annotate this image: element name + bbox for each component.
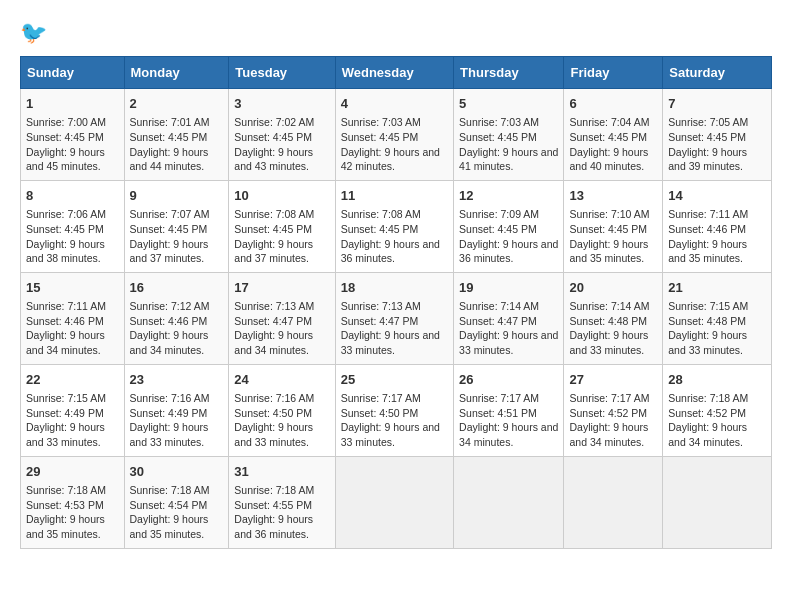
calendar-cell: 9Sunrise: 7:07 AMSunset: 4:45 PMDaylight…	[124, 180, 229, 272]
sunrise-text: Sunrise: 7:14 AM	[569, 299, 657, 314]
sunrise-text: Sunrise: 7:11 AM	[26, 299, 119, 314]
sunset-text: Sunset: 4:49 PM	[26, 406, 119, 421]
sunrise-text: Sunrise: 7:08 AM	[341, 207, 448, 222]
calendar-cell: 30Sunrise: 7:18 AMSunset: 4:54 PMDayligh…	[124, 456, 229, 548]
day-number: 13	[569, 187, 657, 205]
daylight-text: Daylight: 9 hours and 43 minutes.	[234, 145, 329, 174]
sunrise-text: Sunrise: 7:16 AM	[130, 391, 224, 406]
daylight-text: Daylight: 9 hours and 40 minutes.	[569, 145, 657, 174]
day-number: 8	[26, 187, 119, 205]
sunrise-text: Sunrise: 7:11 AM	[668, 207, 766, 222]
daylight-text: Daylight: 9 hours and 44 minutes.	[130, 145, 224, 174]
daylight-text: Daylight: 9 hours and 33 minutes.	[341, 328, 448, 357]
daylight-text: Daylight: 9 hours and 42 minutes.	[341, 145, 448, 174]
sunset-text: Sunset: 4:45 PM	[668, 130, 766, 145]
sunrise-text: Sunrise: 7:08 AM	[234, 207, 329, 222]
calendar-cell: 22Sunrise: 7:15 AMSunset: 4:49 PMDayligh…	[21, 364, 125, 456]
day-number: 5	[459, 95, 558, 113]
calendar-cell: 1Sunrise: 7:00 AMSunset: 4:45 PMDaylight…	[21, 89, 125, 181]
daylight-text: Daylight: 9 hours and 37 minutes.	[234, 237, 329, 266]
day-number: 1	[26, 95, 119, 113]
day-number: 25	[341, 371, 448, 389]
calendar-cell: 10Sunrise: 7:08 AMSunset: 4:45 PMDayligh…	[229, 180, 335, 272]
day-number: 11	[341, 187, 448, 205]
calendar-cell: 11Sunrise: 7:08 AMSunset: 4:45 PMDayligh…	[335, 180, 453, 272]
sunrise-text: Sunrise: 7:15 AM	[668, 299, 766, 314]
sunrise-text: Sunrise: 7:18 AM	[234, 483, 329, 498]
day-number: 21	[668, 279, 766, 297]
sunset-text: Sunset: 4:51 PM	[459, 406, 558, 421]
day-number: 9	[130, 187, 224, 205]
calendar-cell: 7Sunrise: 7:05 AMSunset: 4:45 PMDaylight…	[663, 89, 772, 181]
day-number: 17	[234, 279, 329, 297]
sunset-text: Sunset: 4:48 PM	[569, 314, 657, 329]
daylight-text: Daylight: 9 hours and 34 minutes.	[130, 328, 224, 357]
day-number: 14	[668, 187, 766, 205]
sunset-text: Sunset: 4:55 PM	[234, 498, 329, 513]
day-number: 2	[130, 95, 224, 113]
daylight-text: Daylight: 9 hours and 33 minutes.	[26, 420, 119, 449]
sunset-text: Sunset: 4:45 PM	[569, 222, 657, 237]
calendar-cell: 6Sunrise: 7:04 AMSunset: 4:45 PMDaylight…	[564, 89, 663, 181]
calendar-cell: 12Sunrise: 7:09 AMSunset: 4:45 PMDayligh…	[454, 180, 564, 272]
header-tuesday: Tuesday	[229, 57, 335, 89]
sunrise-text: Sunrise: 7:18 AM	[668, 391, 766, 406]
calendar-cell: 15Sunrise: 7:11 AMSunset: 4:46 PMDayligh…	[21, 272, 125, 364]
daylight-text: Daylight: 9 hours and 45 minutes.	[26, 145, 119, 174]
daylight-text: Daylight: 9 hours and 35 minutes.	[26, 512, 119, 541]
calendar-cell: 8Sunrise: 7:06 AMSunset: 4:45 PMDaylight…	[21, 180, 125, 272]
day-number: 27	[569, 371, 657, 389]
day-number: 22	[26, 371, 119, 389]
calendar-cell: 31Sunrise: 7:18 AMSunset: 4:55 PMDayligh…	[229, 456, 335, 548]
sunset-text: Sunset: 4:45 PM	[234, 130, 329, 145]
day-number: 18	[341, 279, 448, 297]
day-number: 16	[130, 279, 224, 297]
sunrise-text: Sunrise: 7:17 AM	[569, 391, 657, 406]
sunset-text: Sunset: 4:47 PM	[459, 314, 558, 329]
daylight-text: Daylight: 9 hours and 35 minutes.	[130, 512, 224, 541]
day-number: 4	[341, 95, 448, 113]
daylight-text: Daylight: 9 hours and 34 minutes.	[26, 328, 119, 357]
day-number: 29	[26, 463, 119, 481]
daylight-text: Daylight: 9 hours and 34 minutes.	[459, 420, 558, 449]
day-number: 6	[569, 95, 657, 113]
sunset-text: Sunset: 4:54 PM	[130, 498, 224, 513]
day-number: 7	[668, 95, 766, 113]
sunset-text: Sunset: 4:46 PM	[130, 314, 224, 329]
sunset-text: Sunset: 4:45 PM	[459, 130, 558, 145]
daylight-text: Daylight: 9 hours and 33 minutes.	[234, 420, 329, 449]
sunrise-text: Sunrise: 7:02 AM	[234, 115, 329, 130]
calendar-cell: 28Sunrise: 7:18 AMSunset: 4:52 PMDayligh…	[663, 364, 772, 456]
calendar-cell: 13Sunrise: 7:10 AMSunset: 4:45 PMDayligh…	[564, 180, 663, 272]
sunrise-text: Sunrise: 7:17 AM	[459, 391, 558, 406]
calendar-cell: 4Sunrise: 7:03 AMSunset: 4:45 PMDaylight…	[335, 89, 453, 181]
calendar-cell: 21Sunrise: 7:15 AMSunset: 4:48 PMDayligh…	[663, 272, 772, 364]
daylight-text: Daylight: 9 hours and 34 minutes.	[569, 420, 657, 449]
calendar-table: SundayMondayTuesdayWednesdayThursdayFrid…	[20, 56, 772, 549]
day-number: 24	[234, 371, 329, 389]
sunrise-text: Sunrise: 7:01 AM	[130, 115, 224, 130]
header-saturday: Saturday	[663, 57, 772, 89]
day-number: 23	[130, 371, 224, 389]
calendar-cell: 25Sunrise: 7:17 AMSunset: 4:50 PMDayligh…	[335, 364, 453, 456]
sunrise-text: Sunrise: 7:13 AM	[234, 299, 329, 314]
calendar-cell: 19Sunrise: 7:14 AMSunset: 4:47 PMDayligh…	[454, 272, 564, 364]
sunset-text: Sunset: 4:47 PM	[341, 314, 448, 329]
calendar-cell	[663, 456, 772, 548]
header-monday: Monday	[124, 57, 229, 89]
sunrise-text: Sunrise: 7:14 AM	[459, 299, 558, 314]
sunrise-text: Sunrise: 7:03 AM	[459, 115, 558, 130]
day-number: 31	[234, 463, 329, 481]
day-number: 10	[234, 187, 329, 205]
daylight-text: Daylight: 9 hours and 35 minutes.	[569, 237, 657, 266]
sunrise-text: Sunrise: 7:10 AM	[569, 207, 657, 222]
daylight-text: Daylight: 9 hours and 36 minutes.	[234, 512, 329, 541]
sunset-text: Sunset: 4:45 PM	[26, 130, 119, 145]
page-header: 🐦	[20, 20, 772, 46]
daylight-text: Daylight: 9 hours and 41 minutes.	[459, 145, 558, 174]
daylight-text: Daylight: 9 hours and 35 minutes.	[668, 237, 766, 266]
daylight-text: Daylight: 9 hours and 34 minutes.	[668, 420, 766, 449]
sunset-text: Sunset: 4:46 PM	[668, 222, 766, 237]
calendar-week-row: 8Sunrise: 7:06 AMSunset: 4:45 PMDaylight…	[21, 180, 772, 272]
calendar-cell	[335, 456, 453, 548]
